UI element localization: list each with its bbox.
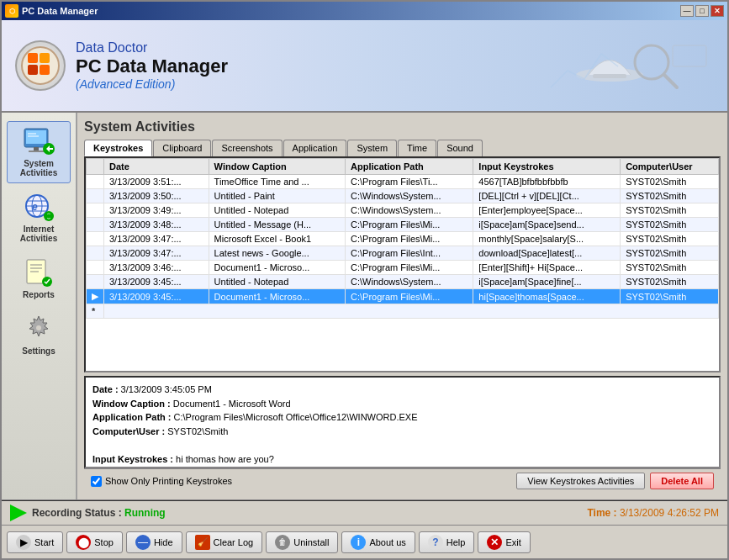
play-icon (10, 505, 27, 521)
tab-time[interactable]: Time (398, 140, 436, 156)
row-path: C:\Program Files\Mi... (346, 261, 473, 275)
sidebar-item-internet-activities[interactable]: e InternetActivities (7, 187, 71, 249)
tab-system[interactable]: System (347, 140, 397, 156)
detail-path: Application Path : C:\Program Files\Micr… (92, 410, 712, 425)
tab-screenshots[interactable]: Screenshots (212, 140, 282, 156)
status-time-area: Time : 3/13/2009 4:26:52 PM (587, 507, 719, 519)
hide-label: Hide (154, 537, 173, 547)
row-user: SYST02\Smith (621, 275, 719, 289)
row-keystrokes: [Enter][Shift]+ Hi[Space... (473, 261, 621, 275)
row-keystrokes: download[Space]latest[... (473, 246, 621, 261)
table-row[interactable]: 3/13/2009 3:51:... TimeOffice Time and .… (87, 175, 719, 189)
svg-rect-2 (40, 53, 50, 63)
status-bar: Recording Status : Running Time : 3/13/2… (2, 499, 727, 525)
recording-label: Recording Status : Running (32, 507, 166, 519)
svg-point-23 (44, 211, 54, 221)
maximize-button[interactable]: □ (695, 5, 709, 17)
uninstall-label: Uninstall (293, 537, 329, 547)
tab-application[interactable]: Application (283, 140, 347, 156)
col-user: Computer\User (621, 159, 719, 175)
svg-rect-12 (34, 147, 39, 151)
row-date: 3/13/2009 3:46:... (104, 261, 209, 275)
row-date: 3/13/2009 3:49:... (104, 203, 209, 218)
table-row[interactable]: 3/13/2009 3:48:... Untitled - Message (H… (87, 218, 719, 232)
show-printing-label: Show Only Printing Keystrokes (105, 476, 232, 486)
row-keystrokes: monthly[Space]salary[S... (473, 232, 621, 246)
detail-keystrokes: Input Keystrokes : hi thomas how are you… (92, 452, 712, 467)
hide-button[interactable]: — Hide (126, 531, 182, 553)
titlebar-buttons: — □ ✕ (680, 5, 724, 17)
row-path: C:\Windows\System... (346, 189, 473, 203)
detail-panel: Date : 3/13/2009 3:45:05 PM Window Capti… (84, 376, 721, 468)
row-user: SYST02\Smith (621, 189, 719, 203)
tab-keystrokes[interactable]: Keystrokes (84, 140, 152, 156)
footer: ▶ Start ⬤ Stop — Hide 🧹 Clear Log 🗑 Unin… (2, 525, 727, 558)
sidebar-settings-label: Settings (22, 346, 55, 356)
svg-point-30 (36, 325, 41, 330)
row-date: 3/13/2009 3:47:... (104, 246, 209, 261)
close-button[interactable]: ✕ (711, 5, 724, 17)
row-indicator (87, 189, 104, 203)
start-button[interactable]: ▶ Start (7, 531, 63, 553)
data-table-container: Date Window Caption Application Path Inp… (84, 156, 721, 372)
row-path: C:\Program Files\Mi... (346, 289, 473, 304)
delete-all-button[interactable]: Delete All (650, 473, 714, 489)
row-caption: Untitled - Paint (209, 189, 345, 203)
about-us-button[interactable]: i About us (341, 531, 415, 553)
help-button[interactable]: ? Help (419, 531, 475, 553)
help-icon: ? (428, 535, 443, 550)
product-name: PC Data Manager (76, 55, 228, 77)
sidebar-item-reports[interactable]: Reports (7, 252, 71, 305)
row-keystrokes: i[Space]am[Space]fine[... (473, 275, 621, 289)
sidebar-item-system-activities[interactable]: SystemActivities (7, 121, 71, 183)
tab-sound[interactable]: Sound (437, 140, 483, 156)
exit-button[interactable]: ✕ Exit (478, 531, 530, 553)
row-caption: Untitled - Message (H... (209, 218, 345, 232)
table-row[interactable]: 3/13/2009 3:49:... Untitled - Notepad C:… (87, 203, 719, 218)
row-user: SYST02\Smith (621, 203, 719, 218)
clear-log-button[interactable]: 🧹 Clear Log (186, 531, 263, 553)
svg-rect-4 (40, 65, 50, 75)
svg-rect-1 (28, 53, 38, 63)
col-path: Application Path (346, 159, 473, 175)
table-scroll[interactable]: Date Window Caption Application Path Inp… (86, 158, 719, 371)
show-printing-checkbox[interactable] (91, 476, 102, 487)
row-path: C:\Program Files\Mi... (346, 218, 473, 232)
row-path: C:\Program Files\Mi... (346, 232, 473, 246)
reports-icon (22, 258, 55, 288)
minimize-button[interactable]: — (680, 5, 694, 17)
row-date: 3/13/2009 3:50:... (104, 189, 209, 203)
row-path: C:\Windows\System... (346, 275, 473, 289)
window-title: PC Data Manager (22, 6, 98, 16)
row-date: 3/13/2009 3:45:... (104, 275, 209, 289)
main-window: ⬡ PC Data Manager — □ ✕ (0, 0, 729, 560)
table-row[interactable]: 3/13/2009 3:45:... Untitled - Notepad C:… (87, 275, 719, 289)
view-keystrokes-button[interactable]: View Keystrokes Activities (516, 473, 645, 489)
table-row[interactable]: 3/13/2009 3:47:... Latest news - Google.… (87, 246, 719, 261)
row-indicator: ▶ (87, 289, 104, 304)
row-path: C:\Windows\System... (346, 203, 473, 218)
table-row[interactable]: ▶ 3/13/2009 3:45:... Document1 - Microso… (87, 289, 719, 304)
tab-clipboard[interactable]: Clipboard (153, 140, 211, 156)
clearlog-icon: 🧹 (195, 535, 210, 550)
detail-user: Computer\User : SYST02\Smith (92, 425, 712, 439)
stop-label: Stop (94, 537, 114, 547)
table-row[interactable]: 3/13/2009 3:47:... Microsoft Excel - Boo… (87, 232, 719, 246)
help-label: Help (446, 537, 466, 547)
company-name: Data Doctor (76, 40, 228, 55)
row-indicator (87, 203, 104, 218)
table-row[interactable]: 3/13/2009 3:50:... Untitled - Paint C:\W… (87, 189, 719, 203)
uninstall-button[interactable]: 🗑 Uninstall (266, 531, 338, 553)
table-row[interactable]: 3/13/2009 3:46:... Document1 - Microso..… (87, 261, 719, 275)
sidebar-internet-label: InternetActivities (20, 225, 57, 243)
row-caption: Untitled - Notepad (209, 275, 345, 289)
row-keystrokes: i[Space]am[Space]send... (473, 218, 621, 232)
logo-text: Data Doctor PC Data Manager (Advanced Ed… (76, 40, 228, 91)
show-printing-checkbox-area[interactable]: Show Only Printing Keystrokes (91, 476, 232, 487)
sidebar-item-settings[interactable]: Settings (7, 309, 71, 362)
system-activities-icon (22, 127, 55, 157)
stop-button[interactable]: ⬤ Stop (66, 531, 123, 553)
sidebar: SystemActivities e (2, 113, 77, 499)
logo-icon (15, 40, 66, 91)
row-indicator (87, 275, 104, 289)
